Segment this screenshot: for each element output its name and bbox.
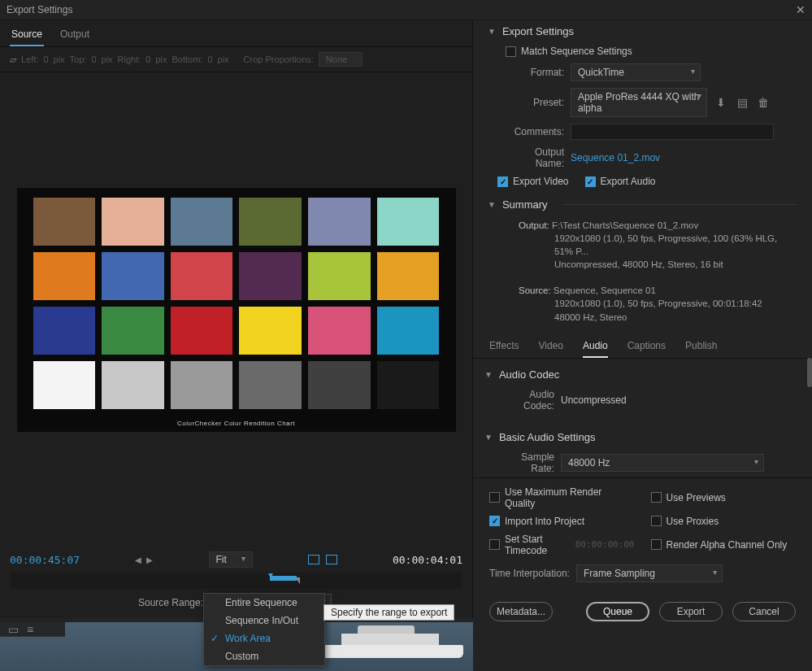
preset-dropdown[interactable]: Apple ProRes 4444 XQ with alpha [571,88,707,117]
titlebar: Export Settings ✕ [0,0,812,20]
settings-tabs: Effects Video Audio Captions Publish [473,333,812,359]
crop-proportions-label: Crop Proportions: [244,54,314,64]
tab-captions[interactable]: Captions [627,340,666,358]
timeline-range[interactable] [270,576,297,581]
color-swatch [33,361,96,409]
color-swatch [377,307,440,355]
preview-tabs: Source Output [0,20,472,47]
next-frame-icon[interactable]: ▶ [146,556,153,564]
project-panel-controls: ▭ ≡ [0,622,65,637]
timeline-controls: 00:00:45:07 ◀ ▶ Fit ▾ 00:00:04:01 [0,547,472,573]
time-interpolation-label: Time Interpolation: [489,568,570,579]
main-area: Source Output ▱ Left: 0 pix Top: 0 pix R… [0,20,812,618]
tooltip: Specify the range to export [323,604,454,621]
color-swatch [308,361,371,409]
playhead-icon[interactable]: ▾ [268,569,273,581]
format-dropdown[interactable]: QuickTime [571,63,701,81]
time-interpolation-dropdown[interactable]: Frame Sampling [576,564,723,582]
start-timecode-checkbox[interactable]: Set Start Timecode00:00:00:00 [489,534,635,556]
menu-item-custom[interactable]: Custom [204,647,324,665]
tab-audio[interactable]: Audio [583,340,608,358]
cancel-button[interactable]: Cancel [732,602,796,621]
crop-proportions-dropdown[interactable]: None [319,52,363,67]
menu-item-work-area[interactable]: Work Area [204,630,324,647]
comments-input[interactable] [571,124,774,140]
scrollbar-thumb[interactable] [807,358,812,387]
zoom-dropdown[interactable]: Fit ▾ [209,551,253,568]
crop-top-value[interactable]: 0 [91,54,96,64]
color-swatch [33,307,96,355]
swatch-grid [33,198,440,409]
color-swatch [171,252,233,300]
match-sequence-checkbox[interactable]: Match Sequence Settings [506,46,632,57]
color-swatch [377,361,440,409]
list-view-icon[interactable]: ≡ [27,623,33,636]
source-range-label: Source Range: [138,597,203,608]
import-project-checkbox[interactable]: Import Into Project [489,516,635,527]
crop-icon[interactable]: ▱ [10,54,16,65]
crop-unit: pix [155,54,167,64]
aspect-toggle-icon[interactable] [308,555,319,564]
boat-graphic [317,624,463,658]
safe-margins-icon[interactable] [326,555,337,564]
color-swatch [239,361,302,409]
out-timecode[interactable]: 00:00:04:01 [393,554,462,566]
sample-rate-label: Sample Rate: [497,451,554,474]
render-alpha-checkbox[interactable]: Render Alpha Channel Only [651,534,797,556]
summary-header[interactable]: ▼ Summary [473,194,812,216]
color-swatch [377,198,440,246]
time-interpolation-row: Time Interpolation: Frame Sampling [489,564,796,582]
export-audio-checkbox[interactable]: Export Audio [585,176,656,187]
window-title: Export Settings [7,4,72,15]
import-preset-icon[interactable]: ▤ [735,96,749,109]
audio-codec-value: Uncompressed [561,394,627,406]
prev-frame-icon[interactable]: ◀ [135,556,141,564]
preview-viewport: ColorChecker Color Rendition Chart [0,72,472,547]
chevron-down-icon: ▼ [488,27,496,36]
timeline-strip[interactable]: ▾ [10,573,462,589]
crop-left-label: Left: [21,54,38,64]
crop-unit: pix [218,54,229,64]
metadata-button[interactable]: Metadata... [489,602,553,621]
color-swatch [377,252,440,300]
color-swatch [33,252,96,300]
color-swatch [102,307,164,355]
crop-bottom-value[interactable]: 0 [207,54,212,64]
delete-preset-icon[interactable]: 🗑 [756,96,771,109]
sample-rate-dropdown[interactable]: 48000 Hz [561,454,764,472]
export-video-checkbox[interactable]: Export Video [497,176,569,187]
max-quality-checkbox[interactable]: Use Maximum Render Quality [489,486,635,509]
render-options: Use Maximum Render Quality Use Previews … [473,477,812,590]
use-proxies-checkbox[interactable]: Use Proxies [651,516,797,527]
menu-item-entire-sequence[interactable]: Entire Sequence [204,594,324,612]
queue-button[interactable]: Queue [586,602,649,621]
crop-unit: pix [54,54,65,64]
new-bin-icon[interactable]: ▭ [8,623,19,636]
crop-unit: pix [102,54,113,64]
crop-bar: ▱ Left: 0 pix Top: 0 pix Right: 0 pix Bo… [0,47,472,72]
color-swatch [102,252,164,300]
in-timecode[interactable]: 00:00:45:07 [10,554,80,566]
tab-video[interactable]: Video [538,340,562,358]
menu-item-sequence-in-out[interactable]: Sequence In/Out [204,612,324,630]
preset-label: Preset: [506,97,564,108]
source-range-menu: Entire Sequence Sequence In/Out Work Are… [203,593,325,666]
color-swatch [171,198,233,246]
basic-audio-header[interactable]: ▼ Basic Audio Settings [473,426,812,448]
tab-publish[interactable]: Publish [685,340,717,358]
tab-effects[interactable]: Effects [489,340,519,358]
crop-left-value[interactable]: 0 [43,54,48,64]
save-preset-icon[interactable]: ⬇ [714,96,728,109]
output-name-link[interactable]: Sequence 01_2.mov [571,152,660,163]
close-icon[interactable]: ✕ [796,3,805,16]
summary-source: Source: Sequence, Sequence 01 1920x1080 … [473,281,812,326]
tab-output[interactable]: Output [59,25,91,46]
tab-source[interactable]: Source [10,25,44,46]
export-settings-header[interactable]: ▼ Export Settings [473,20,812,42]
use-previews-checkbox[interactable]: Use Previews [651,486,797,509]
format-label: Format: [506,67,564,78]
audio-codec-header[interactable]: ▼ Audio Codec [473,364,812,386]
export-button[interactable]: Export [659,602,723,621]
out-point-icon[interactable] [295,577,300,584]
crop-right-value[interactable]: 0 [145,54,150,64]
